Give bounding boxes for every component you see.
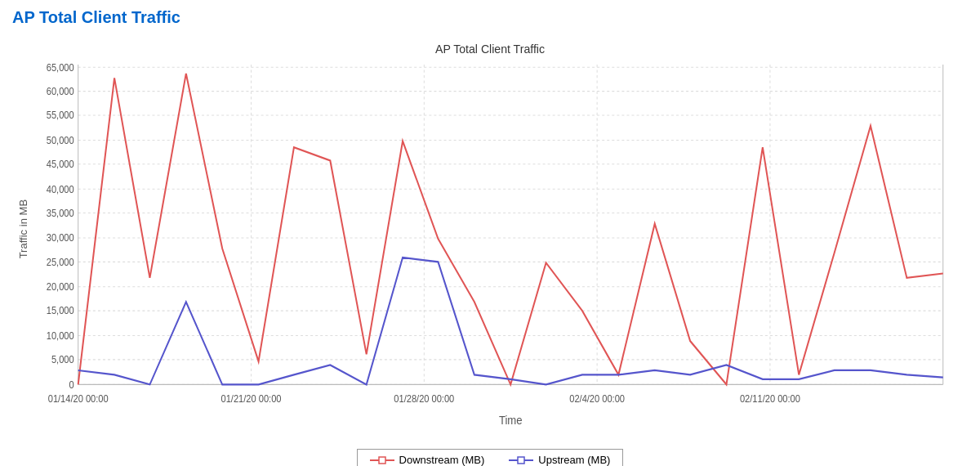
y-label-30k: 30,000 — [47, 233, 74, 243]
y-axis-label: Traffic in MB — [19, 199, 29, 258]
x-axis-label: Time — [499, 414, 523, 428]
svg-rect-24 — [518, 457, 524, 464]
upstream-legend-icon — [509, 455, 533, 465]
legend-upstream: Upstream (MB) — [509, 454, 610, 466]
chart-legend: Downstream (MB) Upstream (MB) — [357, 449, 624, 466]
y-label-20k: 20,000 — [47, 282, 74, 292]
downstream-legend-label: Downstream (MB) — [399, 454, 485, 466]
y-label-35k: 35,000 — [47, 208, 74, 218]
chart-title: AP Total Client Traffic — [435, 42, 545, 56]
y-label-25k: 25,000 — [47, 257, 74, 267]
y-label-65k: 65,000 — [47, 62, 74, 72]
legend-downstream: Downstream (MB) — [370, 454, 485, 466]
y-label-5k: 5,000 — [51, 355, 74, 365]
downstream-legend-icon — [370, 455, 394, 465]
y-label-45k: 45,000 — [47, 159, 74, 169]
upstream-line — [78, 258, 943, 384]
y-label-55k: 55,000 — [47, 110, 74, 120]
chart-container: AP Total Client Traffic 0 — [12, 34, 968, 442]
x-label-0114: 01/14/20 00:00 — [48, 394, 109, 404]
x-label-0204: 02/4/20 00:00 — [569, 394, 625, 404]
y-label-15k: 15,000 — [47, 306, 74, 316]
downstream-line — [78, 74, 943, 384]
x-label-0121: 01/21/20 00:00 — [221, 394, 282, 404]
svg-rect-22 — [379, 457, 385, 464]
y-label-60k: 60,000 — [47, 87, 74, 96]
y-label-10k: 10,000 — [47, 331, 74, 341]
y-label-50k: 50,000 — [47, 135, 74, 145]
y-label-0: 0 — [69, 379, 74, 389]
page-wrapper: AP Total Client Traffic AP Total Client … — [0, 0, 980, 466]
upstream-legend-label: Upstream (MB) — [538, 454, 610, 466]
page-title: AP Total Client Traffic — [12, 8, 968, 27]
y-label-40k: 40,000 — [47, 184, 74, 194]
x-label-0128: 01/28/20 00:00 — [394, 394, 454, 404]
chart-svg: AP Total Client Traffic 0 — [12, 34, 968, 442]
x-label-0211: 02/11/20 00:00 — [740, 394, 800, 404]
